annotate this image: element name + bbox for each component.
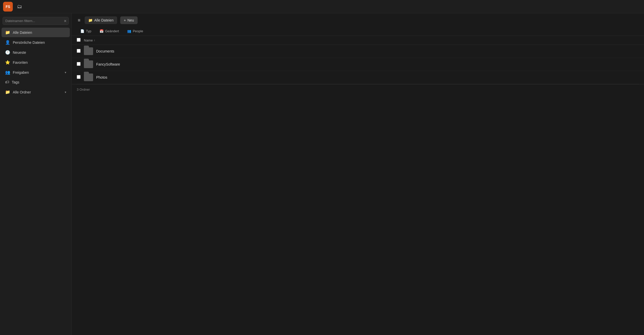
filter-tabs: 📄 Typ 📅 Geändert 👥 People	[77, 27, 639, 36]
sidebar-item-neueste[interactable]: 🕐 Neueste	[2, 48, 70, 57]
tab-geaendert[interactable]: 📅 Geändert	[96, 27, 123, 36]
sidebar-item-alle-ordner[interactable]: 📁 Alle Ordner ▾	[2, 87, 70, 97]
row-checkbox[interactable]	[77, 62, 84, 67]
sidebar-item-label: Persönliche Dateien	[13, 40, 66, 45]
tab-people[interactable]: 👥 People	[124, 27, 147, 36]
chevron-down-icon: ▾	[65, 90, 66, 94]
file-name: FancySoftware	[96, 62, 120, 66]
row-checkbox[interactable]	[77, 49, 84, 54]
status-bar: 3 Ordner	[72, 84, 644, 95]
table-row[interactable]: Photos	[72, 71, 644, 84]
chevron-down-icon: ▾	[65, 71, 66, 74]
folder-icon: 📁	[88, 18, 93, 22]
app-logo: FS	[3, 2, 13, 12]
folder-thumbnail	[84, 60, 93, 68]
top-bar: FS 🗂	[0, 0, 644, 13]
folder-icon: 📁	[5, 30, 10, 35]
row-checkbox-input[interactable]	[77, 62, 81, 66]
content-area: ≡ 📁 Alle Dateien + Neu 📄 Typ	[72, 13, 644, 335]
clock-icon: 🕐	[5, 50, 10, 55]
person-icon: 👤	[5, 40, 10, 45]
folder-thumbnail	[84, 74, 93, 81]
window-folder-icon: 🗂	[17, 4, 22, 9]
folder-thumbnail	[84, 47, 93, 55]
sidebar-item-freigaben[interactable]: 👥 Freigaben ▾	[2, 68, 70, 77]
table-row[interactable]: Documents	[72, 45, 644, 58]
sidebar-item-label: Alle Ordner	[13, 90, 62, 94]
file-name: Photos	[96, 75, 107, 79]
tag-icon: 🏷	[5, 80, 9, 85]
sidebar-item-persoenliche-dateien[interactable]: 👤 Persönliche Dateien	[2, 38, 70, 47]
select-all-input[interactable]	[77, 38, 81, 42]
star-icon: ⭐	[5, 60, 10, 65]
search-clear-button[interactable]: ✕	[64, 19, 67, 23]
folder-icon: 📁	[5, 90, 10, 95]
main-layout: ✕ 📁 Alle Dateien 👤 Persönliche Dateien 🕐…	[0, 13, 644, 335]
sidebar-item-label: Alle Dateien	[13, 30, 66, 35]
content-header: ≡ 📁 Alle Dateien + Neu 📄 Typ	[72, 13, 644, 36]
row-checkbox-input[interactable]	[77, 49, 81, 53]
all-files-button[interactable]: 📁 Alle Dateien	[85, 16, 117, 24]
people-icon: 👥	[127, 29, 131, 33]
sort-arrow-icon: ↑	[94, 39, 95, 42]
new-button[interactable]: + Neu	[120, 16, 138, 24]
calendar-icon: 📅	[99, 29, 104, 33]
select-all-checkbox[interactable]	[77, 38, 84, 43]
search-input[interactable]	[3, 17, 69, 25]
sidebar-item-favoriten[interactable]: ⭐ Favoriten	[2, 58, 70, 67]
sidebar-item-label: Favoriten	[13, 60, 66, 65]
column-name-header[interactable]: Name ↑	[84, 38, 639, 42]
sidebar: ✕ 📁 Alle Dateien 👤 Persönliche Dateien 🕐…	[0, 13, 72, 335]
file-name: Documents	[96, 49, 114, 53]
tab-typ[interactable]: 📄 Typ	[77, 27, 95, 36]
document-icon: 📄	[80, 29, 84, 33]
sidebar-item-alle-dateien[interactable]: 📁 Alle Dateien	[2, 28, 70, 37]
plus-icon: +	[124, 18, 126, 22]
sidebar-item-label: Neueste	[13, 50, 66, 55]
row-checkbox[interactable]	[77, 75, 84, 80]
row-checkbox-input[interactable]	[77, 75, 81, 79]
toggle-sidebar-button[interactable]: ≡	[77, 17, 82, 24]
content-header-top: ≡ 📁 Alle Dateien + Neu	[77, 16, 639, 24]
people-icon: 👥	[5, 70, 10, 75]
table-header-row: Name ↑	[72, 36, 644, 45]
sidebar-item-label: Tags	[12, 80, 66, 84]
sidebar-item-tags[interactable]: 🏷 Tags	[2, 78, 70, 87]
sidebar-item-label: Freigaben	[13, 70, 62, 75]
file-table: Name ↑ Documents	[72, 36, 644, 335]
table-row[interactable]: FancySoftware	[72, 58, 644, 71]
search-box: ✕	[3, 17, 69, 25]
